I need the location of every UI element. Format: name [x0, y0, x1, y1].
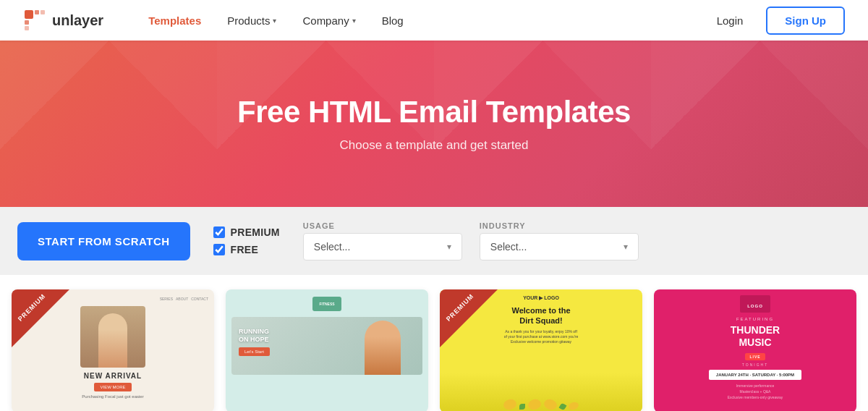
svg-rect-3	[25, 20, 29, 25]
card-4-logo: LOGO	[740, 295, 770, 313]
filter-bar: START FROM SCRATCH PREMIUM FREE USAGE Se…	[0, 207, 868, 275]
card-1-cta: VIEW MORE	[94, 383, 131, 391]
card-4-featuring: FEATURING	[736, 317, 774, 321]
svg-rect-0	[25, 10, 33, 19]
template-card-3[interactable]: PREMIUM YOUR ▶ LOGO Welcome to theDirt S…	[440, 289, 642, 411]
navbar-links: Templates Products ▾ Company ▾ Blog	[138, 9, 702, 33]
free-checkbox-row[interactable]: FREE	[213, 244, 280, 255]
premium-badge-text-1: PREMIUM	[12, 289, 55, 331]
premium-badge-1: PREMIUM	[12, 289, 69, 347]
navbar-actions: Login Sign Up	[702, 7, 845, 35]
nav-products[interactable]: Products ▾	[217, 9, 286, 33]
free-checkbox[interactable]	[213, 244, 225, 255]
template-card-4[interactable]: LOGO FEATURING THUNDERMUSIC LIVE TONIGHT…	[654, 289, 856, 411]
card-3-desc: As a thank you for your loyalty, enjoy 1…	[504, 329, 578, 344]
hero-section: Free HTML Email Templates Choose a templ…	[0, 41, 868, 207]
premium-checkbox-row[interactable]: PREMIUM	[213, 226, 280, 238]
card-2-headline: RUNNINGON HOPE	[239, 328, 270, 344]
nav-templates[interactable]: Templates	[138, 9, 211, 33]
card-1-person-shape	[80, 306, 145, 368]
premium-label: PREMIUM	[231, 226, 280, 238]
card-1-title: NEW ARRIVAL	[84, 372, 142, 380]
card-3-logo: YOUR ▶ LOGO	[523, 295, 559, 301]
card-2-content: FITNESS RUNNINGON HOPE Let's Start	[226, 289, 428, 411]
industry-chevron-icon: ▾	[624, 242, 628, 252]
company-chevron-icon: ▾	[352, 17, 356, 25]
card-2-person	[365, 321, 401, 375]
card-4-tonight: TONIGHT	[742, 363, 768, 367]
nav-blog[interactable]: Blog	[372, 9, 414, 33]
card-4-date: JANUARY 24TH · SATURDAY · 5:00PM	[709, 370, 801, 380]
usage-filter-group: USAGE Select... ▾	[303, 221, 462, 260]
templates-section: PREMIUM your logo. SERIES ABOUT CONTACT	[0, 275, 868, 411]
signup-button[interactable]: Sign Up	[766, 7, 845, 35]
svg-rect-1	[35, 10, 39, 14]
card-2-image: RUNNINGON HOPE Let's Start	[231, 317, 422, 375]
card-3-decoration	[440, 373, 642, 411]
card-4-title: THUNDERMUSIC	[731, 324, 780, 349]
logo[interactable]: unlayer	[23, 9, 103, 32]
start-from-scratch-button[interactable]: START FROM SCRATCH	[17, 222, 190, 260]
card-1-subtitle: Purchasing Focal just got easier	[82, 394, 143, 399]
template-card-1[interactable]: PREMIUM your logo. SERIES ABOUT CONTACT	[12, 289, 214, 411]
login-button[interactable]: Login	[702, 9, 758, 33]
nav-company[interactable]: Company ▾	[292, 9, 365, 33]
card-4-live: LIVE	[745, 353, 765, 360]
usage-label: USAGE	[303, 221, 462, 230]
usage-chevron-icon: ▾	[447, 242, 451, 252]
logo-icon	[23, 9, 46, 32]
templates-grid: PREMIUM your logo. SERIES ABOUT CONTACT	[12, 289, 856, 411]
card-1-image	[80, 306, 145, 368]
card-2-logo: FITNESS	[312, 297, 341, 311]
template-card-2[interactable]: FITNESS RUNNINGON HOPE Let's Start	[226, 289, 428, 411]
svg-rect-4	[25, 26, 29, 30]
svg-rect-2	[41, 10, 45, 14]
premium-checkbox[interactable]	[213, 226, 225, 238]
card-2-cta: Let's Start	[239, 347, 270, 356]
usage-select[interactable]: Select... ▾	[303, 233, 462, 260]
free-label: FREE	[231, 244, 259, 255]
hero-title: Free HTML Email Templates	[237, 95, 631, 130]
card-1-nav: SERIES ABOUT CONTACT	[160, 297, 208, 301]
filter-checkboxes: PREMIUM FREE	[213, 226, 280, 255]
usage-select-value: Select...	[314, 241, 351, 253]
industry-filter-group: INDUSTRY Select... ▾	[480, 221, 639, 260]
premium-badge-3: PREMIUM	[440, 289, 498, 347]
logo-text: unlayer	[52, 12, 103, 29]
hero-subtitle: Choose a template and get started	[340, 138, 529, 153]
industry-select[interactable]: Select... ▾	[480, 233, 639, 260]
card-4-content: LOGO FEATURING THUNDERMUSIC LIVE TONIGHT…	[654, 289, 856, 411]
products-chevron-icon: ▾	[273, 17, 276, 25]
card-2-text: RUNNINGON HOPE Let's Start	[239, 328, 270, 356]
navbar: unlayer Templates Products ▾ Company ▾ B…	[0, 0, 868, 41]
card-4-details: Immersive performance Masterclass + Q&A …	[728, 383, 783, 400]
premium-badge-text-3: PREMIUM	[440, 289, 483, 331]
industry-label: INDUSTRY	[480, 221, 639, 230]
industry-select-value: Select...	[490, 241, 527, 253]
card-3-title: Welcome to theDirt Squad!	[511, 305, 570, 326]
